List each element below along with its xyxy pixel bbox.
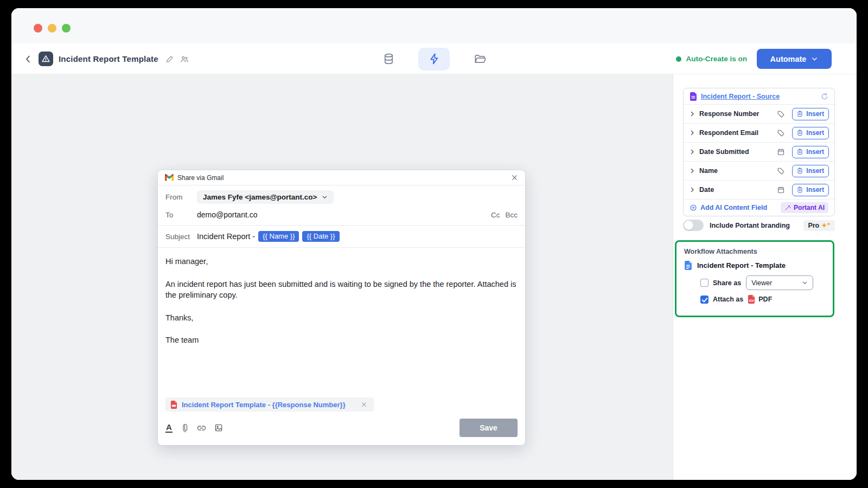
main-canvas: Share via Gmail From James Fyfe <james@p… bbox=[11, 74, 857, 480]
zoom-window-button[interactable] bbox=[62, 24, 71, 33]
close-window-button[interactable] bbox=[34, 24, 42, 33]
subject-label: Subject bbox=[165, 233, 197, 241]
insert-link-button[interactable] bbox=[197, 423, 206, 433]
sync-icon bbox=[821, 93, 828, 100]
workflow-app-icon bbox=[39, 52, 53, 66]
page-title: Incident Report Template bbox=[59, 54, 158, 63]
insert-field-button[interactable]: Insert bbox=[792, 165, 829, 177]
add-ai-content-field-button[interactable]: Add AI Content Field bbox=[690, 204, 781, 211]
lightning-bolt-icon bbox=[428, 53, 441, 65]
rename-button[interactable] bbox=[165, 55, 174, 63]
workflow-sidebar: Incident Report - Source Response Number… bbox=[673, 74, 857, 480]
folder-icon bbox=[474, 53, 486, 65]
calendar-icon bbox=[777, 186, 785, 194]
close-icon bbox=[511, 174, 518, 181]
insert-clipboard-icon bbox=[797, 111, 803, 117]
add-ai-label: Add AI Content Field bbox=[700, 204, 767, 211]
merge-chip-date[interactable]: {{ Date }} bbox=[302, 231, 339, 242]
share-as-label: Share as bbox=[713, 279, 741, 287]
to-label: To bbox=[165, 211, 197, 219]
cc-button[interactable]: Cc bbox=[491, 211, 500, 219]
tab-output-folder[interactable] bbox=[464, 48, 495, 70]
dialog-close-button[interactable] bbox=[511, 174, 518, 181]
plus-circle-icon bbox=[690, 204, 697, 211]
insert-field-button[interactable]: Insert bbox=[792, 108, 829, 120]
to-input[interactable]: demo@portant.co bbox=[197, 210, 491, 219]
remove-attachment-button[interactable] bbox=[361, 401, 367, 408]
branding-toggle[interactable] bbox=[683, 220, 704, 231]
subject-text: Incident Report - bbox=[197, 232, 255, 241]
field-row-response-number[interactable]: Response Number Insert bbox=[684, 105, 834, 124]
app-header: Incident Report Template Auto-Create is bbox=[11, 43, 857, 74]
share-role-select[interactable]: Viewer bbox=[746, 275, 813, 290]
expand-chevron-icon[interactable] bbox=[689, 130, 695, 136]
body-paragraph: An incident report has just been submitt… bbox=[165, 279, 518, 301]
attachment-file-name: Incident Report - Template bbox=[697, 261, 786, 269]
bcc-button[interactable]: Bcc bbox=[505, 211, 518, 219]
save-button[interactable]: Save bbox=[459, 419, 518, 437]
auto-create-status: Auto-Create is on bbox=[676, 55, 747, 63]
attach-as-label: Attach as bbox=[713, 296, 743, 303]
workflow-attachments-title: Workflow Attachments bbox=[684, 248, 825, 255]
source-doc-icon bbox=[690, 92, 697, 101]
body-paragraph: The team bbox=[165, 335, 518, 346]
chevron-down-icon bbox=[811, 55, 818, 62]
share-as-checkbox[interactable] bbox=[700, 279, 709, 287]
minimize-window-button[interactable] bbox=[48, 24, 56, 33]
image-icon bbox=[214, 423, 223, 432]
share-access-button[interactable] bbox=[180, 54, 189, 64]
share-via-gmail-dialog: Share via Gmail From James Fyfe <james@p… bbox=[158, 170, 525, 445]
field-row-date[interactable]: Date Insert bbox=[684, 181, 834, 200]
expand-chevron-icon[interactable] bbox=[689, 168, 695, 174]
insert-label: Insert bbox=[806, 167, 824, 175]
source-document-link[interactable]: Incident Report - Source bbox=[701, 93, 817, 100]
attachment-name: Incident Report Template - {{Response Nu… bbox=[182, 401, 346, 409]
automate-button[interactable]: Automate bbox=[757, 49, 832, 69]
attachment-chip: Incident Report Template - {{Response Nu… bbox=[165, 397, 374, 412]
pdf-format-label: PDF bbox=[758, 296, 772, 303]
subject-input[interactable]: Incident Report - {{ Name }} {{ Date }} bbox=[197, 231, 340, 242]
dialog-title: Share via Gmail bbox=[177, 174, 507, 182]
attach-as-pdf-checkbox[interactable] bbox=[700, 296, 709, 304]
link-icon bbox=[197, 423, 206, 433]
tag-icon bbox=[777, 110, 785, 118]
insert-field-button[interactable]: Insert bbox=[792, 184, 829, 196]
tag-icon bbox=[777, 167, 785, 175]
expand-chevron-icon[interactable] bbox=[689, 187, 695, 193]
email-body-editor[interactable]: Hi manager, An incident report has just … bbox=[158, 248, 525, 397]
insert-clipboard-icon bbox=[797, 130, 803, 136]
refresh-source-button[interactable] bbox=[821, 93, 828, 100]
svg-text:PDF: PDF bbox=[750, 300, 753, 302]
insert-field-button[interactable]: Insert bbox=[792, 146, 829, 158]
chevron-left-icon bbox=[23, 54, 33, 64]
expand-chevron-icon[interactable] bbox=[689, 149, 695, 155]
merge-chip-name[interactable]: {{ Name }} bbox=[258, 231, 299, 242]
tab-source-data[interactable] bbox=[373, 48, 404, 70]
portant-ai-badge[interactable]: Portant AI bbox=[781, 202, 828, 213]
insert-clipboard-icon bbox=[797, 149, 803, 155]
field-row-name[interactable]: Name Insert bbox=[684, 162, 834, 181]
field-label: Name bbox=[699, 167, 777, 175]
text-format-button[interactable]: A bbox=[165, 423, 173, 433]
chevron-down-icon bbox=[802, 280, 808, 286]
tab-automation[interactable] bbox=[418, 48, 450, 70]
field-label: Response Number bbox=[699, 110, 777, 118]
back-button[interactable] bbox=[23, 54, 33, 64]
pdf-file-icon: PDF bbox=[748, 295, 755, 304]
from-selector[interactable]: James Fyfe <james@portant.co> bbox=[197, 190, 334, 204]
database-icon bbox=[382, 53, 395, 65]
status-dot-icon bbox=[676, 56, 681, 62]
source-fields-card: Incident Report - Source Response Number… bbox=[683, 88, 835, 216]
share-role-value: Viewer bbox=[751, 279, 772, 287]
attach-file-button[interactable] bbox=[181, 423, 189, 433]
field-row-respondent-email[interactable]: Respondent Email Insert bbox=[684, 124, 834, 143]
insert-image-button[interactable] bbox=[214, 423, 223, 432]
insert-field-button[interactable]: Insert bbox=[792, 127, 829, 139]
field-row-date-submitted[interactable]: Date Submitted Insert bbox=[684, 143, 834, 162]
body-paragraph: Thanks, bbox=[165, 312, 518, 324]
branding-setting-row: Include Portant branding Pro ✦✦ bbox=[683, 220, 835, 231]
from-label: From bbox=[165, 193, 197, 201]
app-window: Incident Report Template Auto-Create is bbox=[11, 8, 857, 480]
expand-chevron-icon[interactable] bbox=[689, 111, 695, 117]
insert-label: Insert bbox=[806, 186, 824, 194]
